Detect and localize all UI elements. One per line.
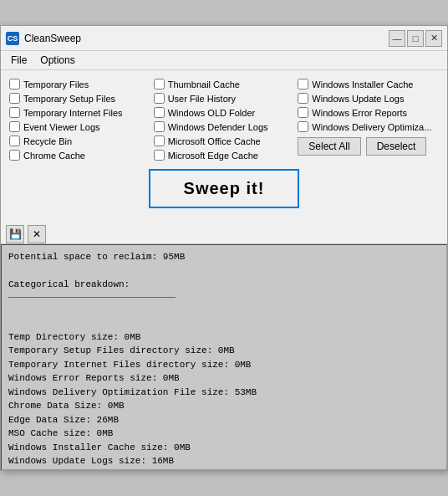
checkbox-thumbnail-cache-input[interactable] xyxy=(154,79,165,89)
output-line: Chrome Data Size: 0MB xyxy=(8,399,440,413)
checkbox-microsoft-office-cache-label: Microsoft Office Cache xyxy=(168,136,261,146)
checkbox-event-viewer-logs-input[interactable] xyxy=(9,121,20,132)
output-line: Windows Installer Cache size: 0MB xyxy=(8,441,440,455)
checkbox-windows-delivery-optimization-input[interactable] xyxy=(298,121,308,132)
checkbox-col1: Temporary Files Temporary Setup Files Te… xyxy=(9,77,150,162)
checkbox-windows-defender-logs[interactable]: Windows Defender Logs xyxy=(154,120,295,134)
close-tab-button[interactable]: ✕ xyxy=(28,225,46,243)
checkbox-recycle-bin[interactable]: Recycle Bin xyxy=(9,134,150,148)
app-icon: CS xyxy=(6,32,19,45)
checkbox-user-file-history[interactable]: User File History xyxy=(154,91,295,105)
checkbox-thumbnail-cache[interactable]: Thumbnail Cache xyxy=(154,77,295,91)
title-bar-left: CS CleanSweep xyxy=(6,32,81,45)
output-divider xyxy=(8,297,176,298)
checkbox-temporary-internet-files-input[interactable] xyxy=(9,107,20,118)
checkbox-microsoft-edge-cache[interactable]: Microsoft Edge Cache xyxy=(154,148,295,162)
checkbox-microsoft-office-cache[interactable]: Microsoft Office Cache xyxy=(154,134,295,148)
title-bar: CS CleanSweep — □ ✕ xyxy=(1,26,447,51)
output-line: Categorical breakdown: xyxy=(8,278,440,292)
content-area: Temporary Files Temporary Setup Files Te… xyxy=(1,70,447,222)
sweep-button[interactable]: Sweep it! xyxy=(149,169,300,208)
close-button[interactable]: ✕ xyxy=(425,30,442,47)
checkbox-chrome-cache-label: Chrome Cache xyxy=(23,151,85,161)
checkbox-event-viewer-logs[interactable]: Event Viewer Logs xyxy=(9,120,150,134)
minimize-button[interactable]: — xyxy=(389,30,405,47)
checkbox-windows-installer-cache-label: Windows Installer Cache xyxy=(312,79,413,89)
tab-bar: 💾 ✕ xyxy=(1,222,447,244)
checkbox-windows-error-reports-label: Windows Error Reports xyxy=(312,108,407,118)
output-line: MSO Cache size: 0MB xyxy=(8,427,440,441)
checkbox-windows-old-folder-label: Windows OLD Folder xyxy=(168,108,256,118)
menu-bar: File Options xyxy=(1,51,447,70)
menu-options[interactable]: Options xyxy=(33,53,81,68)
checkbox-temporary-setup-files-label: Temporary Setup Files xyxy=(23,94,115,104)
checkbox-temporary-files-label: Temporary Files xyxy=(23,79,89,89)
checkboxes-grid: Temporary Files Temporary Setup Files Te… xyxy=(9,77,439,162)
checkbox-temporary-files[interactable]: Temporary Files xyxy=(9,77,150,91)
checkbox-windows-update-logs-input[interactable] xyxy=(298,93,308,104)
output-line: Edge Data Size: 26MB xyxy=(8,413,440,427)
menu-file[interactable]: File xyxy=(4,53,33,68)
save-tab-button[interactable]: 💾 xyxy=(6,225,24,243)
checkbox-windows-old-folder[interactable]: Windows OLD Folder xyxy=(154,105,295,120)
checkbox-user-file-history-label: User File History xyxy=(168,94,236,104)
checkbox-col2: Thumbnail Cache User File History Window… xyxy=(154,77,295,162)
output-line: Windows Error Reports size: 0MB xyxy=(8,371,440,386)
output-line: Potential space to reclaim: 95MB xyxy=(8,250,440,264)
checkbox-user-file-history-input[interactable] xyxy=(154,93,165,104)
checkbox-temporary-files-input[interactable] xyxy=(9,79,20,89)
checkbox-chrome-cache-input[interactable] xyxy=(9,150,20,161)
checkbox-windows-installer-cache[interactable]: Windows Installer Cache xyxy=(298,77,439,91)
save-icon: 💾 xyxy=(9,228,22,240)
title-bar-controls: — □ ✕ xyxy=(389,30,442,47)
checkbox-windows-update-logs[interactable]: Windows Update Logs xyxy=(298,91,439,105)
checkbox-windows-update-logs-label: Windows Update Logs xyxy=(312,94,404,104)
output-line: Windows Update Logs size: 16MB xyxy=(8,454,440,468)
checkbox-windows-defender-logs-label: Windows Defender Logs xyxy=(168,122,268,132)
main-window: CS CleanSweep — □ ✕ File Options Tempora… xyxy=(0,25,448,471)
checkbox-windows-old-folder-input[interactable] xyxy=(154,107,165,118)
checkbox-windows-delivery-optimization[interactable]: Windows Delivery Optimiza... xyxy=(298,120,439,134)
deselect-button[interactable]: Deselect xyxy=(366,137,427,156)
checkbox-windows-delivery-optimization-label: Windows Delivery Optimiza... xyxy=(312,122,431,132)
output-line: Temporary Internet Files directory size:… xyxy=(8,358,440,372)
output-line: Temporary Setup Files directory size: 0M… xyxy=(8,344,440,358)
sweep-row: Sweep it! xyxy=(9,169,439,208)
output-line xyxy=(8,264,440,279)
output-line: Windows Delivery Optimization File size:… xyxy=(8,386,440,400)
checkbox-windows-error-reports[interactable]: Windows Error Reports xyxy=(298,105,439,120)
checkbox-event-viewer-logs-label: Event Viewer Logs xyxy=(23,122,100,132)
checkbox-recycle-bin-input[interactable] xyxy=(9,136,20,146)
checkbox-windows-installer-cache-input[interactable] xyxy=(298,79,308,89)
checkbox-temporary-internet-files-label: Temporary Internet Files xyxy=(23,108,123,118)
output-line: Temp Directory size: 0MB xyxy=(8,330,440,345)
maximize-button[interactable]: □ xyxy=(407,30,424,47)
checkbox-microsoft-office-cache-input[interactable] xyxy=(154,136,165,146)
checkbox-recycle-bin-label: Recycle Bin xyxy=(23,136,72,146)
checkbox-temporary-setup-files[interactable]: Temporary Setup Files xyxy=(9,91,150,105)
close-icon: ✕ xyxy=(33,228,41,240)
checkbox-microsoft-edge-cache-label: Microsoft Edge Cache xyxy=(168,151,258,161)
checkbox-thumbnail-cache-label: Thumbnail Cache xyxy=(168,79,240,89)
output-area[interactable]: Potential space to reclaim: 95MB Categor… xyxy=(1,244,447,470)
checkbox-col3: Windows Installer Cache Windows Update L… xyxy=(298,77,439,162)
output-line xyxy=(8,303,440,317)
checkbox-chrome-cache[interactable]: Chrome Cache xyxy=(9,148,150,162)
window-title: CleanSweep xyxy=(24,33,81,44)
checkbox-windows-error-reports-input[interactable] xyxy=(298,107,308,118)
checkbox-windows-defender-logs-input[interactable] xyxy=(154,121,165,132)
select-buttons-container: Select All Deselect xyxy=(298,137,439,156)
checkbox-microsoft-edge-cache-input[interactable] xyxy=(154,150,165,161)
checkbox-temporary-setup-files-input[interactable] xyxy=(9,93,20,104)
select-all-button[interactable]: Select All xyxy=(298,137,360,156)
output-line xyxy=(8,316,440,330)
checkbox-temporary-internet-files[interactable]: Temporary Internet Files xyxy=(9,105,150,120)
